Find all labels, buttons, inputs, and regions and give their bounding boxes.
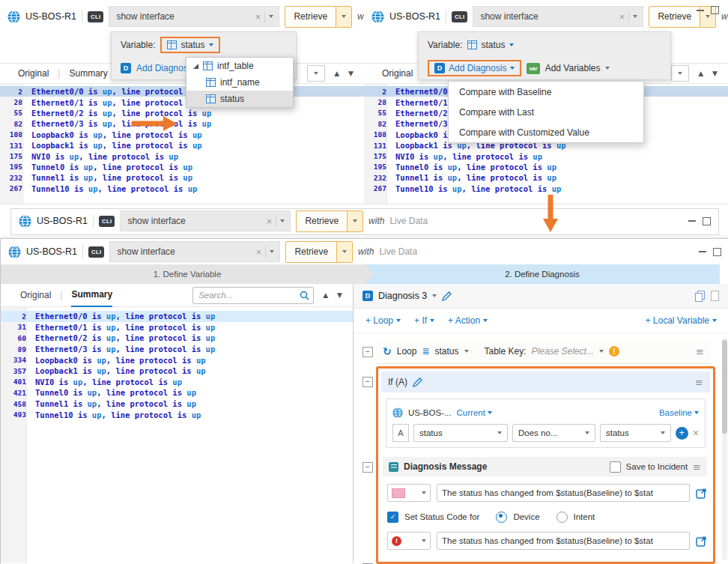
command-input[interactable]: × (473, 6, 643, 27)
severity-level-select[interactable]: ! (387, 532, 431, 550)
minimize-icon[interactable] (697, 10, 704, 11)
chevron-down-icon[interactable] (464, 350, 469, 353)
find-prev-icon[interactable]: ▲ (334, 70, 339, 77)
chevron-down-icon[interactable] (432, 294, 437, 297)
find-next-icon[interactable]: ▼ (348, 70, 354, 77)
copy-icon[interactable] (695, 291, 705, 302)
left-source-select[interactable]: Current (457, 408, 492, 417)
dropdown-stub[interactable] (671, 65, 689, 82)
chevron-down-icon[interactable] (599, 350, 604, 353)
chevron-down-icon[interactable] (270, 250, 274, 253)
find-prev-icon[interactable]: ▲ (323, 291, 328, 299)
chevron-down-icon[interactable] (605, 67, 610, 70)
retrieve-label[interactable]: Retrieve (286, 242, 336, 262)
add-if-button[interactable]: + If (414, 315, 434, 326)
search-icon[interactable] (300, 291, 309, 300)
external-edit-icon[interactable] (696, 536, 707, 547)
chevron-down-icon[interactable] (510, 67, 515, 70)
operator-select[interactable]: Does no... (512, 424, 595, 442)
remove-condition-icon[interactable]: × (693, 428, 699, 438)
expand-icon[interactable] (193, 64, 198, 69)
maximize-icon[interactable] (713, 248, 721, 256)
edit-pencil-icon[interactable] (413, 377, 422, 387)
command-value[interactable] (115, 10, 251, 22)
step-define-variable[interactable]: 1. Define Variable (1, 264, 374, 284)
page-icon[interactable] (710, 291, 720, 302)
collapse-if-icon[interactable]: − (363, 377, 373, 387)
chevron-down-icon[interactable] (633, 15, 637, 18)
variable-chip[interactable]: status (167, 40, 213, 50)
menu-item[interactable]: Compare with Last (449, 102, 643, 122)
collapse-loop-icon[interactable]: − (363, 347, 373, 357)
add-local-variable-button[interactable]: + Local Variable (646, 315, 718, 326)
diagnosis-message-input[interactable] (437, 484, 690, 502)
severity-color-select[interactable] (387, 484, 431, 502)
status-message-input[interactable] (437, 532, 690, 550)
left-operand-select[interactable]: status (413, 424, 508, 442)
right-operand-select[interactable]: status (600, 424, 671, 442)
save-to-incident-checkbox[interactable] (610, 461, 621, 473)
scrollbar[interactable] (722, 338, 727, 560)
tab-original[interactable]: Original (18, 68, 49, 79)
dropdown-item-intf-name[interactable]: intf_name (186, 74, 293, 91)
edit-pencil-icon[interactable] (442, 291, 452, 301)
retrieve-label[interactable]: Retrieve (285, 7, 336, 27)
row-menu-icon[interactable]: ≡ (696, 346, 704, 357)
find-prev-icon[interactable]: ▲ (698, 70, 703, 77)
add-action-button[interactable]: + Action (448, 315, 488, 326)
row-menu-icon[interactable]: ≡ (695, 377, 703, 388)
minimize-icon[interactable] (699, 251, 706, 252)
search-input[interactable] (192, 287, 314, 304)
maximize-icon[interactable] (711, 6, 719, 14)
retrieve-dropdown-button[interactable] (336, 7, 351, 27)
collapse-message-icon[interactable]: − (363, 462, 373, 473)
retrieve-label[interactable]: Retrieve (297, 211, 347, 231)
search-field[interactable] (197, 290, 297, 300)
tab-original[interactable]: Original (20, 284, 51, 306)
intent-radio[interactable] (556, 512, 568, 523)
row-menu-icon[interactable]: ≡ (693, 461, 701, 473)
command-value[interactable] (126, 215, 262, 227)
set-status-code-checkbox[interactable]: ✓ (387, 512, 398, 523)
command-input[interactable]: × (120, 210, 291, 231)
retrieve-button[interactable]: Retrieve (285, 241, 353, 263)
loop-variable-select[interactable]: status (435, 346, 459, 357)
dropdown-item-intf-table[interactable]: intf_table (186, 58, 293, 74)
retrieve-label[interactable]: Retrieve (649, 7, 700, 27)
find-next-icon[interactable]: ▼ (337, 291, 342, 299)
right-source-select[interactable]: Baseline (659, 408, 699, 417)
add-condition-icon[interactable]: + (676, 427, 688, 440)
retrieve-button[interactable]: Retrieve (285, 6, 352, 28)
menu-item[interactable]: Compare with Baseline (449, 82, 643, 102)
clear-icon[interactable]: × (255, 12, 261, 22)
chevron-down-icon[interactable] (269, 15, 273, 18)
command-input[interactable]: × (109, 241, 280, 262)
clear-icon[interactable]: × (256, 247, 262, 257)
add-loop-button[interactable]: + Loop (365, 315, 401, 326)
command-value[interactable] (479, 10, 615, 22)
device-radio[interactable] (496, 512, 507, 523)
maximize-icon[interactable] (703, 217, 711, 225)
table-key-select[interactable]: Please Select... (532, 346, 594, 357)
scrollbar-thumb[interactable] (722, 340, 727, 434)
external-edit-icon[interactable] (696, 488, 707, 499)
clear-icon[interactable]: × (619, 12, 625, 22)
add-diagnosis-button[interactable]: Add Diagnosis (449, 63, 506, 73)
chevron-down-icon[interactable] (280, 219, 285, 222)
minimize-icon[interactable] (688, 220, 696, 222)
dropdown-stub[interactable] (307, 65, 325, 82)
diagnosis-title[interactable]: Diagnosis 3 (378, 291, 427, 301)
command-input[interactable]: × (109, 6, 279, 27)
retrieve-dropdown-button[interactable] (336, 242, 352, 262)
step-define-diagnosis[interactable]: 2. Define Diagnosis (365, 264, 720, 284)
tab-original[interactable]: Original (382, 68, 413, 79)
tab-summary[interactable]: Summary (69, 68, 107, 79)
add-variables-button[interactable]: Add Variables (545, 63, 601, 73)
retrieve-button[interactable]: Retrieve (296, 210, 363, 232)
tab-summary[interactable]: Summary (71, 283, 112, 307)
retrieve-dropdown-button[interactable] (347, 211, 363, 231)
find-next-icon[interactable]: ▼ (712, 70, 718, 77)
menu-item[interactable]: Compare with Customized Value (449, 122, 643, 142)
variable-chip[interactable]: status (467, 40, 513, 50)
command-value[interactable] (115, 246, 252, 258)
